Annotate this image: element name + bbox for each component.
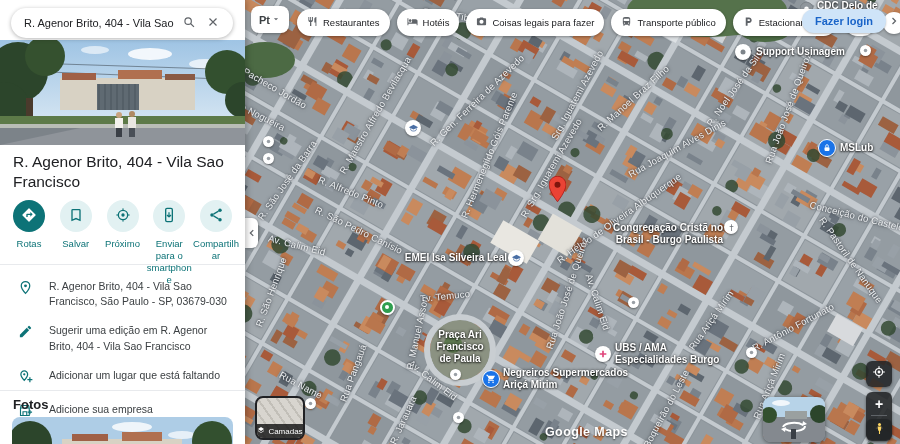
info-text: Adicionar um lugar que está faltando [49,368,220,383]
chip-label: Hotéis [423,17,450,28]
chip-coisas-legais-para-fazer[interactable]: Coisas legais para fazer [466,9,604,36]
info-text: Adicione sua empresa [49,402,153,417]
place-label[interactable]: Negreiros SupermercadosAriçá Mirim [503,367,628,391]
place-label[interactable]: UBS / AMAEspecialidades Burgo [615,342,719,366]
red-pin-marker[interactable] [549,176,566,206]
my-location-button[interactable] [866,361,892,387]
chip-label: Transporte público [637,17,715,28]
place-title: R. Agenor Brito, 404 - Vila Sao Francisc… [13,152,228,192]
street-view-illustration [763,397,825,442]
nearby-icon [115,207,131,226]
add-place-icon [18,368,33,388]
bus-icon [621,16,632,29]
map-canvas-area[interactable]: Pacheco Jordãoo NogueiraR. Maestro Alfre… [245,0,900,444]
street-view-preview[interactable] [763,397,825,442]
language-label: Pt [259,14,270,26]
stop-marker[interactable] [746,347,757,358]
action-label: Próximo [105,238,140,250]
chevron-down-icon [271,14,281,26]
place-label[interactable]: EMEI Isa Silveira Leal [405,252,507,264]
layers-label: Camadas [257,424,303,438]
place-label[interactable]: MSLub [840,142,873,154]
school-marker[interactable] [508,250,524,266]
chip-transporte-p-blico[interactable]: Transporte público [611,9,725,36]
chevron-right-icon [888,15,900,30]
hotel-icon [407,16,418,29]
photo-illustration [12,417,233,444]
place-panel: R. Agenor Brito, 404 - Vila Sao Francisc… [0,0,245,444]
place-label[interactable]: Congregação Cristã noBrasil - Burgo Paul… [613,222,723,246]
info-item-place[interactable]: R. Agenor Brito, 404 - Vila Sao Francisc… [0,272,245,316]
search-icon [182,15,196,32]
stop-marker[interactable] [263,153,274,164]
action-label: Salvar [62,238,89,250]
stop-marker[interactable] [453,412,464,423]
photos-heading: Fotos [13,397,48,412]
stop-marker[interactable] [263,136,274,147]
pencil-icon [18,323,33,343]
layers-icon [257,426,265,436]
stop-marker[interactable] [628,297,639,308]
search-button[interactable] [177,11,201,35]
chip-restaurantes[interactable]: Restaurantes [297,9,390,36]
place-label[interactable]: Support Usinagem [756,46,845,58]
divider [0,264,245,265]
cart-marker[interactable] [482,370,500,388]
photo-thumbnail[interactable] [12,417,233,444]
language-selector[interactable]: Pt [251,6,289,33]
chevron-left-icon [247,226,257,241]
chip-label: Restaurantes [323,17,380,28]
collapse-panel-button[interactable] [245,218,258,248]
search-input[interactable] [24,17,177,29]
action-label: Rotas [17,238,42,250]
login-button[interactable]: Fazer login [802,9,886,33]
place-label[interactable]: Praça AriFranciscode Paula [436,329,483,365]
zoom-in-button[interactable]: + [866,392,892,415]
divider [0,390,245,391]
chip-hot-is[interactable]: Hotéis [397,9,460,36]
target-icon [872,365,886,383]
share-icon [208,207,224,226]
directions-icon [21,207,37,226]
place-hero-photo[interactable] [0,40,245,145]
church-marker[interactable] [724,220,738,234]
chip-label: Coisas legais para fazer [492,17,594,28]
action-label: Compartilhar [193,238,239,262]
clear-search-button[interactable] [201,11,225,35]
pegman-icon [873,421,886,439]
restaurant-icon [307,16,318,29]
pegman-button[interactable] [866,419,892,441]
bookmark-icon [68,207,84,226]
school-marker[interactable] [405,120,421,136]
dot-pin-marker[interactable] [735,44,751,60]
street-photo-illustration [0,40,245,145]
place-icon [18,279,33,299]
search-bar [11,8,233,38]
green-dot-marker[interactable] [380,300,395,315]
parking-icon [743,16,754,29]
lock-marker[interactable] [818,139,836,157]
stop-marker[interactable] [860,45,871,56]
google-maps-watermark: Google Maps [545,425,628,439]
close-icon [206,15,220,32]
info-text: Sugerir uma edição em R. Agenor Brito, 4… [49,323,231,353]
send-to-phone-icon [161,207,177,226]
layers-button[interactable]: Camadas [255,396,305,440]
hospital-marker[interactable] [595,346,611,362]
info-item-pencil[interactable]: Sugerir uma edição em R. Agenor Brito, 4… [0,316,245,360]
stop-marker[interactable] [450,369,461,380]
info-text: R. Agenor Brito, 404 - Vila Sao Francisc… [49,279,231,309]
camera-icon [476,16,487,29]
stop-marker[interactable] [305,398,316,409]
google-maps-app: R. Agenor Brito, 404 - Vila Sao Francisc… [0,0,900,444]
